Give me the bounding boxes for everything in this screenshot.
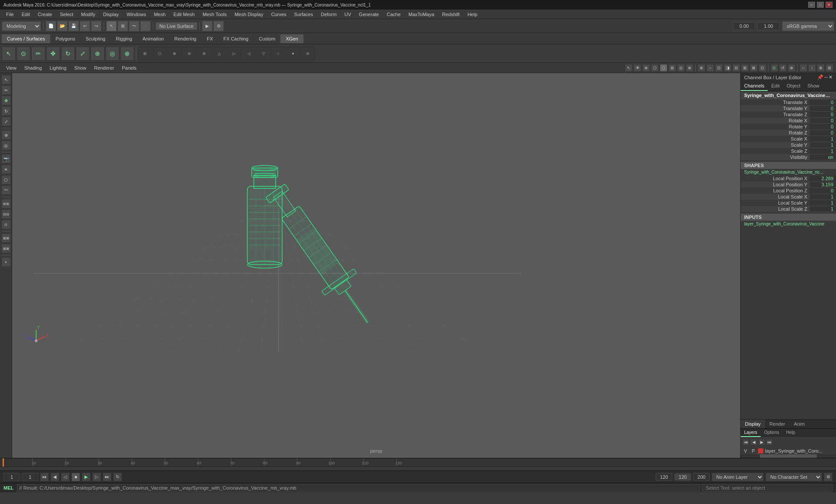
mel-input[interactable]: // Result: C:/Users/dimax/Desktop/Syring… (17, 484, 700, 492)
vp-tb-btn13[interactable]: ⊟ (732, 64, 740, 72)
vp-tb-btn22[interactable]: ⊞ (826, 64, 833, 72)
view-menu[interactable]: View (3, 64, 20, 71)
vp-tb-btn15[interactable]: ⊠ (750, 64, 758, 72)
channel-box-pin-btn[interactable]: 📌 (817, 74, 823, 80)
shapes-item[interactable]: Syringe_with_Coronavirus_Vaccine_nc... (741, 169, 836, 175)
left-paint-btn[interactable]: ✏ (1, 85, 11, 95)
menu-modify[interactable]: Modify (78, 11, 98, 18)
channel-value-sy[interactable]: 1 (810, 142, 836, 148)
shape-value-lpy[interactable]: 3.159 (810, 182, 836, 187)
character-set-select[interactable]: No Character Set (765, 473, 822, 481)
select-tool-button[interactable]: ↖ (106, 21, 117, 31)
channel-row-translate-y[interactable]: Translate Y 0 (741, 105, 836, 111)
left-rotate-btn[interactable]: ↻ (1, 106, 11, 116)
channel-value-ry[interactable]: 0 (810, 124, 836, 129)
left-light-btn[interactable]: ☀ (1, 165, 11, 174)
vp-tb-btn21[interactable]: ⊕ (817, 64, 825, 72)
tab-display[interactable]: Display (741, 420, 765, 428)
vp-tb-btn20[interactable]: ↕ (808, 64, 816, 72)
minimize-button[interactable]: ─ (808, 2, 815, 8)
channel-value-rx[interactable]: 0 (810, 118, 836, 123)
shading-menu[interactable]: Shading (21, 64, 45, 71)
maximize-button[interactable]: □ (817, 2, 824, 8)
left-move-btn[interactable]: ✥ (1, 96, 11, 105)
menu-mesh[interactable]: Mesh (150, 11, 169, 18)
menu-generate[interactable]: Generate (355, 11, 382, 18)
menu-display[interactable]: Display (100, 11, 122, 18)
vp-tb-btn11[interactable]: ⊡ (715, 64, 723, 72)
shelf-icon-2[interactable]: ⬡ (153, 47, 167, 60)
left-curve-btn[interactable]: 〜 (1, 185, 11, 195)
channel-row-translate-x[interactable]: Translate X 0 (741, 99, 836, 105)
shelf-icon-10[interactable]: ○ (271, 47, 285, 60)
menu-mesh-display[interactable]: Mesh Display (231, 11, 267, 18)
left-layout3-btn[interactable]: ⊡ (1, 220, 11, 229)
menu-mesh-tools[interactable]: Mesh Tools (199, 11, 230, 18)
vp-tb-btn19[interactable]: ↔ (799, 64, 807, 72)
shelf-icon-move[interactable]: ✥ (46, 47, 60, 60)
shape-channel-lsx[interactable]: Local Scale X 1 (741, 194, 836, 200)
tab-edit[interactable]: Edit (768, 81, 783, 91)
tab-sculpting[interactable]: Sculpting (81, 34, 111, 43)
shelf-icon-8[interactable]: ◁ (242, 47, 256, 60)
tab-layers[interactable]: Layers (741, 429, 761, 437)
vp-tb-btn10[interactable]: ↔ (706, 64, 714, 72)
gamma-selector[interactable]: sRGB gamma (782, 21, 834, 31)
left-layers2-btn[interactable]: ⊠⊠ (1, 244, 11, 253)
shelf-icon-pivot[interactable]: ⊗ (120, 47, 134, 60)
tab-custom[interactable]: Custom (254, 34, 281, 43)
mode-dropdown[interactable]: Modeling (2, 21, 41, 31)
vp-tb-btn9[interactable]: ⊕ (698, 64, 705, 72)
channel-value-ty[interactable]: 0 (810, 106, 836, 111)
shape-channel-lpx[interactable]: Local Position X 2.289 (741, 175, 836, 181)
vp-tb-btn7[interactable]: ◎ (677, 64, 685, 72)
shelf-icon-9[interactable]: ▽ (256, 47, 270, 60)
shelf-icon-scale[interactable]: ⤢ (76, 47, 90, 60)
shelf-icon-11[interactable]: ● (286, 47, 300, 60)
shape-channel-lsy[interactable]: Local Scale Y 1 (741, 200, 836, 206)
redo-button[interactable]: ↪ (91, 21, 101, 31)
vp-tb-btn12[interactable]: ◨ (724, 64, 732, 72)
channel-box-min-btn[interactable]: ─ (824, 74, 828, 80)
shelf-icon-select[interactable]: ↖ (2, 47, 16, 60)
vp-tb-btn1[interactable]: ↖ (625, 64, 633, 72)
no-live-surface-button[interactable]: No Live Surface (155, 22, 197, 30)
renderer-menu[interactable]: Renderer (91, 64, 118, 71)
shelf-icon-soft[interactable]: ◎ (105, 47, 119, 60)
tab-anim[interactable]: Anim (789, 420, 809, 428)
tab-xgen[interactable]: XGen (280, 34, 303, 43)
channel-value-sx[interactable]: 1 (810, 136, 836, 141)
shelf-icon-rotate[interactable]: ↻ (61, 47, 75, 60)
vp-tb-btn6[interactable]: ⊞ (668, 64, 676, 72)
shelf-icon-1[interactable]: ⊞ (138, 47, 152, 60)
channel-box-close-btn[interactable]: ✕ (829, 74, 833, 80)
shape-channel-lpz[interactable]: Local Position Z 0 (741, 188, 836, 194)
shelf-icon-7[interactable]: ▷ (227, 47, 241, 60)
shelf-icon-12[interactable]: ⊖ (301, 47, 315, 60)
cb-scrollbar-thumb[interactable] (760, 454, 817, 458)
vp-tb-btn5[interactable]: ⬡ (660, 64, 667, 72)
lighting-menu[interactable]: Lighting (46, 64, 70, 71)
shape-value-lpx[interactable]: 2.289 (810, 176, 836, 181)
shape-value-lsx[interactable]: 1 (810, 194, 836, 199)
menu-curves[interactable]: Curves (268, 11, 290, 18)
menu-windows[interactable]: Windows (123, 11, 150, 18)
viewport-3d[interactable]: X Y Z persp (12, 73, 740, 458)
close-button[interactable]: ✕ (826, 2, 833, 8)
shelf-icon-paint[interactable]: ✏ (31, 47, 45, 60)
channel-value-tx[interactable]: 0 (810, 100, 836, 105)
menu-deform[interactable]: Deform (317, 11, 340, 18)
range-start-input[interactable] (22, 473, 38, 481)
tab-fx[interactable]: FX (202, 34, 218, 43)
play-forward-btn[interactable]: ▶ (82, 473, 91, 481)
left-snap-btn[interactable]: ⊕ (1, 130, 11, 140)
channel-value-rz[interactable]: 0 (810, 130, 836, 135)
channel-value-vis[interactable]: on (810, 155, 836, 160)
vp-render-btn[interactable]: ⊙ (770, 64, 778, 72)
vp-tb-btn8[interactable]: ⊗ (686, 64, 694, 72)
channel-row-scale-x[interactable]: Scale X 1 (741, 136, 836, 142)
play-next-btn[interactable]: ⏭ (103, 473, 111, 481)
timeline-ruler[interactable]: 1 10 20 30 40 50 60 (0, 458, 836, 467)
vp-tb-btn4[interactable]: ⬡ (651, 64, 659, 72)
shelf-icon-3[interactable]: ⊕ (168, 47, 182, 60)
